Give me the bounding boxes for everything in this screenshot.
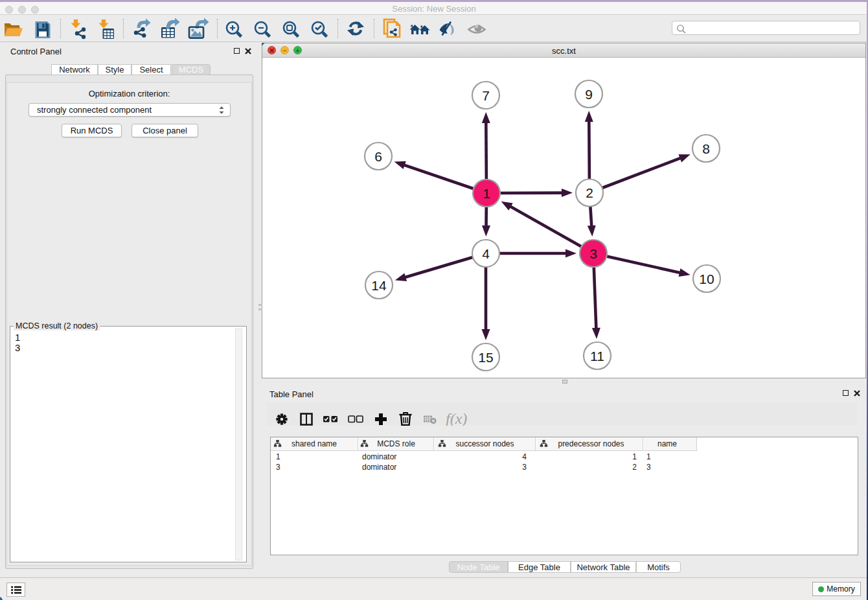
svg-text:6: 6 <box>374 149 382 164</box>
svg-text:f(x): f(x) <box>446 410 467 426</box>
svg-text:4: 4 <box>482 246 490 261</box>
svg-text:2: 2 <box>586 185 593 200</box>
svg-text:14: 14 <box>371 278 387 293</box>
svg-text:7: 7 <box>482 88 490 103</box>
svg-text:9: 9 <box>585 87 593 102</box>
svg-text:11: 11 <box>590 349 604 363</box>
svg-text:10: 10 <box>699 271 714 286</box>
svg-text:8: 8 <box>702 141 710 156</box>
svg-text:1: 1 <box>483 186 490 201</box>
svg-text:15: 15 <box>478 350 493 365</box>
svg-text:3: 3 <box>589 246 597 261</box>
